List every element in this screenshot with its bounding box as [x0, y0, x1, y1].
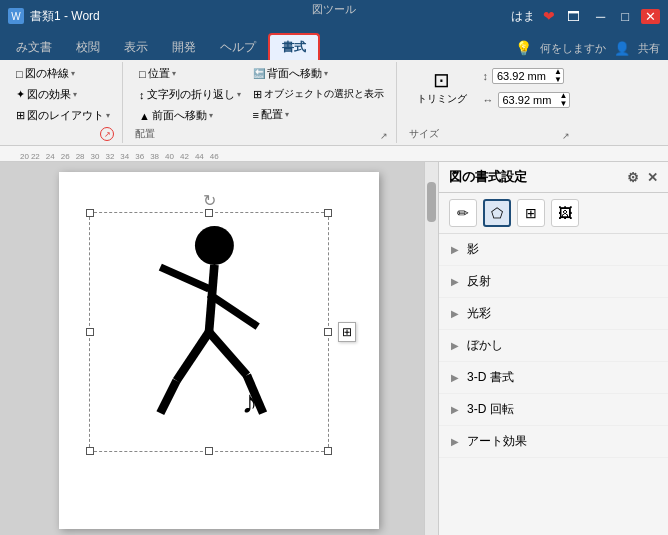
search-label[interactable]: 何をしますか: [540, 41, 606, 56]
handle-bottom-right[interactable]: [324, 447, 332, 455]
format-icons-row: ✏ ⬠ ⊞ 🖼: [439, 193, 668, 234]
label-art-effect: アート効果: [467, 433, 527, 450]
arrow-glow: ▶: [451, 308, 459, 319]
svg-text:♪: ♪: [241, 384, 257, 420]
ribbon-group-arrangement: □位置▾ ↕文字列の折り返し▾ ▲前面へ移動▾ 🔙背面へ移動▾ ⊞オブジェクトの…: [127, 62, 397, 143]
rotate-handle[interactable]: ↻: [203, 191, 216, 210]
btn-move-back[interactable]: 🔙背面へ移動▾: [249, 64, 388, 83]
tab-mitsumori[interactable]: み文書: [4, 35, 64, 60]
close-btn[interactable]: ✕: [641, 9, 660, 24]
group-expand-size[interactable]: ↗: [562, 131, 570, 141]
title-bar-right: はま ❤ 🗖 ─ □ ✕: [511, 8, 660, 25]
panel-item-art-effect[interactable]: ▶ アート効果: [439, 426, 668, 458]
tab-koko[interactable]: 校閲: [64, 35, 112, 60]
arrangement-label: 配置: [135, 127, 155, 141]
width-down[interactable]: ▼: [560, 100, 568, 108]
panel-header-icons: ⚙ ✕: [627, 170, 658, 185]
arrow-reflection: ▶: [451, 276, 459, 287]
svg-line-6: [209, 332, 247, 375]
tab-shoshiki[interactable]: 書式: [268, 33, 320, 60]
panel-item-reflection[interactable]: ▶ 反射: [439, 266, 668, 298]
svg-line-2: [160, 267, 209, 289]
tab-hyoji[interactable]: 表示: [112, 35, 160, 60]
heart-icon: ❤: [543, 8, 555, 24]
btn-select-show[interactable]: ⊞オブジェクトの選択と表示: [249, 85, 388, 103]
arrow-3d-format: ▶: [451, 372, 459, 383]
dancing-figure: ♪: [90, 213, 328, 451]
btn-text-wrap[interactable]: ↕文字列の折り返し▾: [135, 85, 245, 104]
ribbon: □ 図の枠線 ▾ ✦ 図の効果 ▾ ⊞ 図のレイアウト ▾ ↗ □位置▾: [0, 60, 668, 146]
ribbon-group-size: ⊡ トリミング ↕ ▲ ▼ ↔: [401, 62, 578, 143]
fmt-icon-draw[interactable]: ✏: [449, 199, 477, 227]
handle-bottom-left[interactable]: [86, 447, 94, 455]
group-expand-arrangement[interactable]: ↗: [380, 131, 388, 141]
svg-line-4: [177, 332, 209, 381]
help-icon: 💡: [515, 40, 532, 56]
label-glow: 光彩: [467, 305, 491, 322]
zutoru-label: 図ツール: [292, 0, 376, 19]
btn-trimming[interactable]: ⊡ トリミング: [409, 64, 475, 110]
panel-item-3d-rotate[interactable]: ▶ 3-D 回転: [439, 394, 668, 426]
handle-top-left[interactable]: [86, 209, 94, 217]
word-icon: W: [8, 8, 24, 24]
handle-mid-left[interactable]: [86, 328, 94, 336]
panel-title: 図の書式設定: [449, 168, 527, 186]
user-account-icon[interactable]: 👤: [614, 41, 630, 56]
share-label[interactable]: 共有: [638, 41, 660, 56]
panel-settings-icon[interactable]: ⚙: [627, 170, 639, 185]
btn-position[interactable]: □位置▾: [135, 64, 245, 83]
svg-line-3: [209, 294, 258, 326]
btn-move-front[interactable]: ▲前面へ移動▾: [135, 106, 245, 125]
layout-icon[interactable]: ⊞: [338, 322, 356, 342]
doc-page: ↻ ⊞: [59, 172, 379, 529]
image-container[interactable]: ↻ ⊞: [89, 212, 329, 452]
arrow-art-effect: ▶: [451, 436, 459, 447]
size-row-width: ↔ ▲ ▼: [483, 92, 570, 108]
panel-item-glow[interactable]: ▶ 光彩: [439, 298, 668, 330]
panel-item-shadow[interactable]: ▶ 影: [439, 234, 668, 266]
height-down[interactable]: ▼: [554, 76, 562, 84]
svg-line-5: [160, 381, 176, 413]
fmt-icon-image[interactable]: 🖼: [551, 199, 579, 227]
label-3d-format: 3-D 書式: [467, 369, 514, 386]
title-bar: W 書類1 - Word 図ツール はま ❤ 🗖 ─ □ ✕: [0, 0, 668, 32]
panel-header: 図の書式設定 ⚙ ✕: [439, 162, 668, 193]
ribbon-group-figure-style: □ 図の枠線 ▾ ✦ 図の効果 ▾ ⊞ 図のレイアウト ▾ ↗: [4, 62, 123, 143]
handle-top-mid[interactable]: [205, 209, 213, 217]
btn-figure-effect[interactable]: ✦ 図の効果 ▾: [12, 85, 81, 104]
scrollbar-right[interactable]: [424, 162, 438, 535]
handle-top-right[interactable]: [324, 209, 332, 217]
label-3d-rotate: 3-D 回転: [467, 401, 514, 418]
figure-style-area: □ 図の枠線 ▾ ✦ 図の効果 ▾ ⊞ 図のレイアウト ▾: [12, 64, 114, 125]
handle-mid-right[interactable]: [324, 328, 332, 336]
window-icon-1[interactable]: 🗖: [563, 9, 584, 24]
label-shadow: 影: [467, 241, 479, 258]
fmt-icon-grid[interactable]: ⊞: [517, 199, 545, 227]
main-area: ↻ ⊞: [0, 162, 668, 535]
tab-kaihatsu[interactable]: 開発: [160, 35, 208, 60]
label-reflection: 反射: [467, 273, 491, 290]
fmt-icon-shape[interactable]: ⬠: [483, 199, 511, 227]
arrow-3d-rotate: ▶: [451, 404, 459, 415]
ruler: 20 22 24 26 28 30 32 34 36 38 40 42 44 4…: [0, 146, 668, 162]
group-expand-style[interactable]: ↗: [100, 127, 114, 141]
panel-item-blur[interactable]: ▶ ぼかし: [439, 330, 668, 362]
maximize-btn[interactable]: □: [617, 9, 633, 24]
arrow-shadow: ▶: [451, 244, 459, 255]
size-row-height: ↕ ▲ ▼: [483, 68, 570, 84]
user-label: はま: [511, 8, 535, 25]
tab-help[interactable]: ヘルプ: [208, 35, 268, 60]
ribbon-tabs: み文書 校閲 表示 開発 ヘルプ 書式 💡 何をしますか 👤 共有: [0, 32, 668, 60]
arrow-blur: ▶: [451, 340, 459, 351]
handle-bottom-mid[interactable]: [205, 447, 213, 455]
label-blur: ぼかし: [467, 337, 503, 354]
btn-align[interactable]: ≡配置▾: [249, 105, 388, 124]
btn-figure-layout[interactable]: ⊞ 図のレイアウト ▾: [12, 106, 114, 125]
scroll-thumb[interactable]: [427, 182, 436, 222]
svg-point-0: [195, 226, 234, 265]
minimize-btn[interactable]: ─: [592, 9, 609, 24]
btn-figure-border[interactable]: □ 図の枠線 ▾: [12, 64, 79, 83]
panel-close-icon[interactable]: ✕: [647, 170, 658, 185]
panel-item-3d-format[interactable]: ▶ 3-D 書式: [439, 362, 668, 394]
doc-area[interactable]: ↻ ⊞: [0, 162, 438, 535]
